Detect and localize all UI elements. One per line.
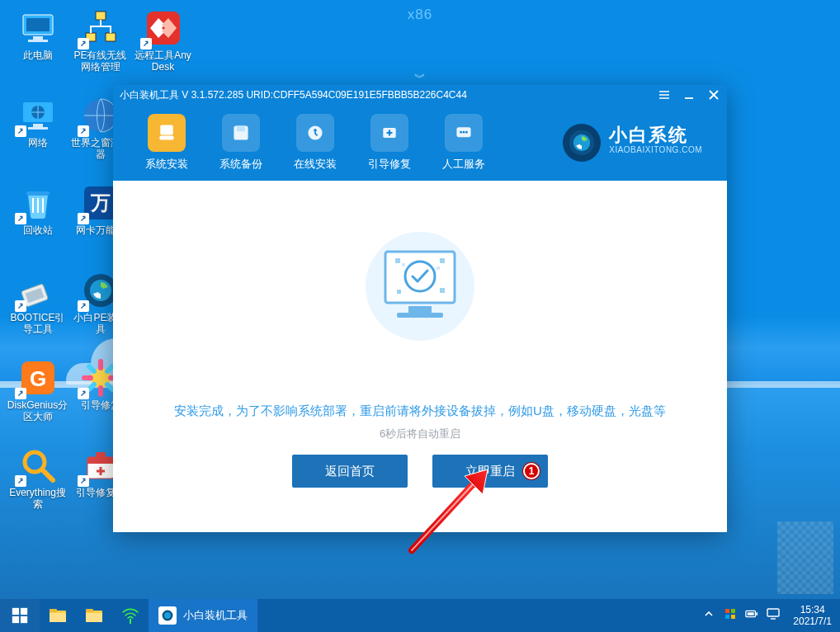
svg-rect-40 <box>159 135 173 139</box>
taskbar-explorer-1[interactable] <box>40 599 76 632</box>
tab-install-icon <box>148 114 186 152</box>
svg-rect-65 <box>21 616 27 623</box>
close-button[interactable] <box>707 88 720 101</box>
svg-point-46 <box>460 131 462 134</box>
icon-label: BOOTICE引导工具 <box>7 312 68 335</box>
taskbar: 小白装机工具 15:34 2021/7/1 <box>0 599 840 632</box>
desktop-icon-recycle-bin[interactable]: 回收站 <box>7 180 68 261</box>
icon-label: 网络 <box>7 137 68 149</box>
svg-rect-37 <box>96 452 106 459</box>
icon-label: 远程工具AnyDesk <box>132 50 194 73</box>
svg-rect-74 <box>725 609 729 613</box>
svg-rect-71 <box>86 613 102 622</box>
restart-now-button[interactable]: 立即重启 1 <box>432 455 548 488</box>
tab-label: 系统安装 <box>130 157 204 172</box>
tab-bootfix-icon <box>370 114 408 152</box>
taskbar-wifi-icon[interactable] <box>112 599 149 632</box>
tab-backup[interactable]: 系统备份 <box>204 114 278 172</box>
desktop-icon-pe-network[interactable]: PE有线无线网络管理 <box>69 5 131 86</box>
tab-bootfix[interactable]: 引导修复 <box>352 114 427 172</box>
taskbar-app-label: 小白装机工具 <box>183 608 248 623</box>
svg-rect-53 <box>408 306 432 313</box>
icon-label: DiskGenius分区大师 <box>7 399 68 422</box>
svg-rect-39 <box>160 125 172 135</box>
tab-online[interactable]: 在线安装 <box>278 114 352 172</box>
tray-display-icon[interactable] <box>767 607 780 624</box>
svg-point-48 <box>465 131 468 134</box>
clock-date: 2021/7/1 <box>793 615 832 627</box>
svg-rect-77 <box>731 615 735 619</box>
app-window: 小白装机工具 V 3.1.572.285 URID:CDFF5A594C09E1… <box>113 85 727 532</box>
tabbar: 系统安装系统备份在线安装引导修复人工服务 小白系统 XIAOBAIXITONG.… <box>113 105 727 181</box>
window-title: 小白装机工具 V 3.1.572.285 URID:CDFF5A594C09E1… <box>120 88 658 102</box>
icon-label: Everything搜索 <box>7 487 68 510</box>
desktop-icon-anydesk[interactable]: 远程工具AnyDesk <box>132 5 194 86</box>
svg-rect-12 <box>28 127 48 130</box>
desktop-icon-everything[interactable]: Everything搜索 <box>7 442 68 523</box>
desktop-icon-diskgenius[interactable]: GDiskGenius分区大师 <box>7 355 68 436</box>
tab-label: 在线安装 <box>278 157 352 172</box>
svg-rect-60 <box>397 290 401 294</box>
icon-label: PE有线无线网络管理 <box>69 50 131 73</box>
svg-rect-61 <box>440 288 445 293</box>
svg-rect-3 <box>28 40 48 42</box>
chevron-down-icon: ︾ <box>414 71 426 86</box>
taskbar-app-icon <box>158 606 177 625</box>
brand: 小白系统 XIAOBAIXITONG.COM <box>563 124 710 162</box>
icon-label: 回收站 <box>7 224 68 236</box>
countdown-text: 6秒后将自动重启 <box>113 427 727 441</box>
svg-rect-80 <box>748 612 754 615</box>
desktop-icon-network[interactable]: 网络 <box>7 92 68 173</box>
back-home-button[interactable]: 返回首页 <box>292 455 408 488</box>
tray-battery-icon[interactable] <box>745 607 758 624</box>
svg-rect-56 <box>395 258 400 263</box>
titlebar[interactable]: 小白装机工具 V 3.1.572.285 URID:CDFF5A594C09E1… <box>113 85 727 105</box>
taskbar-clock[interactable]: 15:34 2021/7/1 <box>785 604 840 627</box>
desktop: x86 ︾ 此电脑PE有线无线网络管理远程工具AnyDesk网络世界之窗浏览器回… <box>0 0 840 632</box>
tab-support[interactable]: 人工服务 <box>427 114 501 172</box>
svg-rect-42 <box>237 125 245 131</box>
brand-subtitle: XIAOBAIXITONG.COM <box>609 143 702 158</box>
this-pc-icon <box>18 8 58 48</box>
brand-logo-icon <box>563 124 601 162</box>
tab-label: 引导修复 <box>352 157 427 172</box>
arch-label: x86 <box>408 7 432 23</box>
taskbar-app[interactable]: 小白装机工具 <box>149 599 257 632</box>
svg-rect-2 <box>33 36 43 40</box>
svg-rect-64 <box>12 616 19 623</box>
svg-point-73 <box>164 612 171 619</box>
start-button[interactable] <box>0 599 40 632</box>
svg-rect-17 <box>26 191 50 196</box>
icon-label: 此电脑 <box>7 50 68 61</box>
menu-button[interactable] <box>658 88 671 101</box>
desktop-icon-this-pc[interactable]: 此电脑 <box>7 5 68 86</box>
restart-button-label: 立即重启 <box>465 464 515 479</box>
svg-rect-63 <box>21 608 27 615</box>
svg-rect-59 <box>437 266 440 270</box>
svg-rect-1 <box>26 18 50 31</box>
tab-support-icon <box>445 114 483 152</box>
watermark <box>777 521 833 594</box>
svg-rect-67 <box>50 609 57 612</box>
svg-text:G: G <box>29 366 45 391</box>
svg-rect-70 <box>86 609 93 612</box>
status-message: 安装完成，为了不影响系统部署，重启前请将外接设备拔掉，例如U盘，移动硬盘，光盘等 <box>113 403 727 419</box>
desktop-icon-bootice[interactable]: BOOTICE引导工具 <box>7 267 68 348</box>
svg-rect-79 <box>757 612 758 615</box>
system-tray[interactable] <box>697 607 785 624</box>
tray-flag-icon[interactable] <box>724 607 737 624</box>
taskbar-explorer-2[interactable] <box>76 599 112 632</box>
clock-time: 15:34 <box>793 604 832 615</box>
svg-rect-75 <box>731 609 735 613</box>
svg-text:万: 万 <box>90 191 111 214</box>
tray-chevron-icon[interactable] <box>702 607 715 624</box>
svg-rect-81 <box>767 609 779 616</box>
brand-title: 小白系统 <box>609 128 702 143</box>
minimize-button[interactable] <box>682 88 696 101</box>
tab-install[interactable]: 系统安装 <box>130 114 204 172</box>
svg-point-47 <box>463 131 465 134</box>
tab-label: 系统备份 <box>204 157 278 172</box>
success-illustration-icon <box>354 230 486 349</box>
svg-rect-6 <box>106 33 116 41</box>
content-pane: 安装完成，为了不影响系统部署，重启前请将外接设备拔掉，例如U盘，移动硬盘，光盘等… <box>113 181 727 532</box>
